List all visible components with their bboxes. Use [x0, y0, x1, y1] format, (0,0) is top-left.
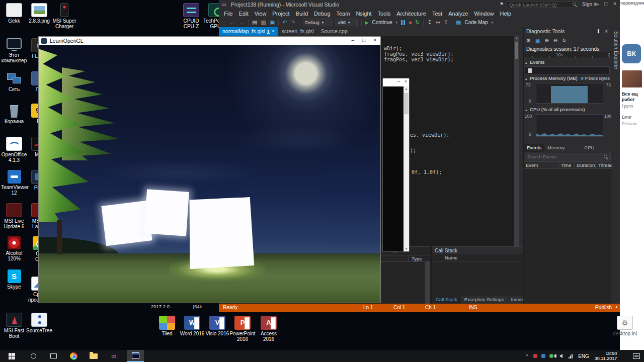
pause-button[interactable]: [401, 20, 405, 25]
vk-post-text[interactable]: Все ещ: [622, 92, 638, 97]
desktop-icon-msi-super-charger[interactable]: MSI Super Charger: [51, 3, 77, 29]
minimize-button[interactable]: –: [397, 79, 400, 84]
console-window[interactable]: – × ▲ ▼: [382, 78, 410, 252]
menu-help[interactable]: Help: [497, 11, 514, 17]
navigate-back-icon[interactable]: ←: [230, 20, 235, 26]
search-events-input[interactable]: [525, 153, 601, 160]
desktop-icon-tiled[interactable]: Tiled: [154, 316, 180, 336]
timeline-ruler[interactable]: 10s 2: [524, 52, 611, 58]
learnopengl-title-bar[interactable]: LearnOpenGL – □ ×: [39, 37, 380, 45]
undo-icon[interactable]: ↶: [282, 19, 287, 26]
desktop-icon-283png[interactable]: 2.8.3.png: [26, 3, 52, 24]
column-header-type[interactable]: Type: [412, 256, 422, 261]
desktop-icon-teamviewer[interactable]: TeamViewer 12: [1, 170, 27, 196]
close-button[interactable]: ×: [373, 37, 376, 43]
desktop-icon-this-pc[interactable]: Этот компьютер: [1, 38, 27, 63]
taskbar-file-explorer[interactable]: [84, 350, 104, 362]
menu-tools[interactable]: Tools: [375, 11, 394, 17]
vk-link[interactable]: Блог: [622, 115, 631, 120]
desktop-icon-network[interactable]: Сеть: [1, 71, 27, 92]
menu-test[interactable]: Test: [429, 11, 445, 17]
select-tool-icon[interactable]: ▦: [535, 38, 540, 43]
events-section-header[interactable]: ▴ Events: [524, 59, 611, 66]
zoom-out-icon[interactable]: ⊖: [553, 38, 557, 43]
memory-section-header[interactable]: ▴ Process Memory (MB) Private Bytes: [524, 75, 611, 82]
desktop-icon-openoffice[interactable]: OpenOffice 4.1.3: [1, 137, 27, 163]
restart-button[interactable]: ↻: [415, 19, 420, 26]
tab-source-cpp[interactable]: Source.cpp: [317, 27, 351, 36]
panel-scrollbar[interactable]: [425, 262, 430, 304]
close-icon[interactable]: ×: [605, 27, 608, 36]
step-over-icon[interactable]: ↦: [436, 19, 440, 26]
desktop-icon-msi-fast-boot[interactable]: MSI Fast Boot: [1, 313, 27, 339]
settings-gear-icon[interactable]: ⚙: [526, 38, 531, 43]
event-marker[interactable]: [528, 68, 532, 73]
zoom-in-icon[interactable]: ⊕: [544, 38, 548, 43]
solution-configuration-dropdown[interactable]: Debug ▾: [303, 19, 332, 26]
maximize-button[interactable]: □: [602, 1, 610, 7]
desktop-icon-gekk[interactable]: Gekk: [1, 3, 27, 24]
desktop-icon-cpuz[interactable]: CPUID CPU-Z: [178, 3, 204, 29]
solution-explorer-strip[interactable]: Solution Explorer: [612, 27, 620, 304]
menu-window[interactable]: Window: [471, 11, 497, 17]
step-into-icon[interactable]: ↧: [427, 19, 432, 26]
desktop-icon-sourcetree[interactable]: SourceTree: [26, 313, 52, 333]
task-view-button[interactable]: [43, 350, 63, 362]
menu-debug[interactable]: Debug: [311, 11, 333, 17]
opengl-viewport[interactable]: [39, 45, 380, 303]
maximize-button[interactable]: □: [362, 37, 365, 43]
column-header-duration[interactable]: Duration: [575, 162, 596, 168]
reset-view-icon[interactable]: ↻: [562, 38, 566, 43]
desktop-icon-visio[interactable]: V Visio 2016: [204, 316, 230, 336]
search-button[interactable]: [23, 350, 43, 362]
console-title-bar[interactable]: – ×: [383, 78, 409, 86]
step-out-icon[interactable]: ↥: [444, 19, 448, 26]
cpu-section-header[interactable]: ▴ CPU (% of all processors): [524, 107, 611, 113]
navigate-forward-icon[interactable]: →: [239, 20, 245, 26]
close-button[interactable]: ×: [611, 1, 619, 7]
column-header-time[interactable]: Time: [559, 162, 575, 168]
taskbar-chrome[interactable]: [63, 350, 84, 362]
minimize-button[interactable]: –: [351, 37, 354, 43]
vs-title-bar[interactable]: ∞ Project138 (Running) - Microsoft Visua…: [219, 0, 620, 9]
vk-photo-thumbnail[interactable]: [622, 70, 642, 87]
quick-launch-box[interactable]: [507, 1, 578, 8]
events-track[interactable]: [525, 66, 610, 74]
redo-icon[interactable]: ↷: [290, 19, 295, 26]
tab-screen-fs-glsl[interactable]: screen_fs.glsl: [278, 27, 317, 36]
desktop-icon-recycle-bin[interactable]: Корзина: [1, 104, 27, 124]
stop-button[interactable]: ■: [409, 20, 412, 25]
desktop-icon-alcohol[interactable]: Alcohol 120%: [1, 236, 27, 261]
tab-exception-settings[interactable]: Exception Settings: [461, 296, 508, 304]
scrollbar-thumb[interactable]: [404, 93, 409, 114]
network-button[interactable]: [566, 350, 576, 362]
menu-nsight[interactable]: Nsight: [353, 11, 374, 17]
column-header-event[interactable]: Event: [524, 162, 559, 168]
column-header-thread[interactable]: Thread: [596, 162, 611, 168]
tab-memory-usage[interactable]: Memory Usage: [544, 144, 581, 152]
desktop-icon-word[interactable]: W Word 2016: [179, 316, 205, 336]
console-scrollbar[interactable]: ▲ ▼: [404, 86, 409, 251]
tray-icon-2[interactable]: [539, 350, 547, 362]
menu-project[interactable]: Project: [269, 11, 292, 17]
vk-logo[interactable]: ВК: [622, 44, 641, 63]
menu-edit[interactable]: Edit: [236, 11, 252, 17]
menu-analyze[interactable]: Analyze: [445, 11, 471, 17]
quick-launch-input[interactable]: [507, 2, 568, 8]
menu-team[interactable]: Team: [334, 11, 353, 17]
desktop-icon-msi-live-update[interactable]: MSI Live Update 6: [1, 203, 27, 229]
taskbar-visual-studio[interactable]: ∞: [104, 350, 124, 362]
continue-play-icon[interactable]: ▶: [365, 20, 369, 25]
code-map-button[interactable]: Code Map: [464, 20, 488, 25]
tab-normalmap-fs-glsl[interactable]: normalMap_fs.glsl ×: [219, 27, 278, 36]
desktop-icon-skype[interactable]: S Skype: [1, 269, 27, 290]
scroll-up-icon[interactable]: ▲: [514, 37, 519, 40]
notifications-flag-icon[interactable]: ⚑: [500, 2, 504, 7]
scroll-down-icon[interactable]: ▼: [404, 247, 409, 250]
tray-icon-1[interactable]: [531, 350, 539, 362]
pin-icon[interactable]: [268, 30, 269, 33]
close-icon[interactable]: ×: [272, 27, 274, 36]
tab-call-stack[interactable]: Call Stack: [432, 296, 461, 304]
publish-button[interactable]: Publish: [595, 305, 612, 310]
clock[interactable]: 18:50 30.11.2017: [592, 350, 620, 362]
